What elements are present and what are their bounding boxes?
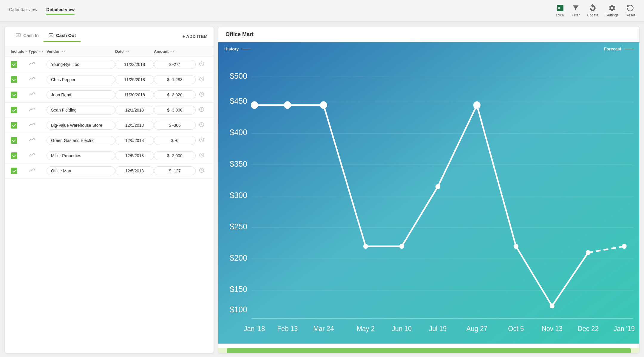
table-row <box>5 118 214 133</box>
vendor-input-6[interactable] <box>47 151 115 160</box>
svg-text:$300: $300 <box>230 191 247 200</box>
svg-text:Dec 22: Dec 22 <box>578 324 599 333</box>
excel-button[interactable]: X Excel <box>556 4 565 17</box>
amount-input-4[interactable] <box>154 121 196 130</box>
date-input-7[interactable] <box>115 166 154 175</box>
svg-text:Jun 10: Jun 10 <box>392 324 412 333</box>
amount-input-1[interactable] <box>154 75 196 84</box>
tab-cash-out[interactable]: Cash Out <box>44 31 81 42</box>
table-row <box>5 103 214 118</box>
date-input-5[interactable] <box>115 136 154 145</box>
type-icon-6 <box>29 152 47 159</box>
svg-text:Feb 13: Feb 13 <box>277 324 298 333</box>
col-type: Type ▲▼ <box>29 49 47 54</box>
reset-row-icon-7[interactable] <box>196 168 208 174</box>
svg-text:$500: $500 <box>230 72 247 81</box>
history-icon <box>199 122 204 127</box>
svg-text:Aug 27: Aug 27 <box>467 324 487 333</box>
sort-amount[interactable]: ▲▼ <box>170 50 175 53</box>
sort-vendor[interactable]: ▲▼ <box>61 50 66 53</box>
amount-input-2[interactable] <box>154 90 196 99</box>
vendor-input-1[interactable] <box>47 75 115 84</box>
col-date: Date ▲▼ <box>115 49 154 54</box>
main-content: Cash In Cash Out + ADD ITEM Include ▲▼ <box>0 22 644 357</box>
svg-text:$150: $150 <box>230 285 247 294</box>
panel-header: Cash In Cash Out + ADD ITEM <box>5 27 214 46</box>
vendor-input-5[interactable] <box>47 136 115 145</box>
date-input-0[interactable] <box>115 60 154 69</box>
vendor-input-7[interactable] <box>47 166 115 175</box>
checkbox-7[interactable] <box>11 168 29 174</box>
checkbox-0[interactable] <box>11 61 29 68</box>
history-icon <box>199 152 204 158</box>
svg-text:$100: $100 <box>230 305 247 314</box>
sort-date[interactable]: ▲▼ <box>125 50 130 53</box>
svg-text:Jul 19: Jul 19 <box>429 324 447 333</box>
history-icon <box>199 92 204 97</box>
check-icon <box>12 78 16 82</box>
svg-point-36 <box>474 102 480 108</box>
checkbox-3[interactable] <box>11 107 29 113</box>
update-button[interactable]: Update <box>587 4 599 17</box>
reset-row-icon-6[interactable] <box>196 152 208 159</box>
trend-icon <box>29 76 35 82</box>
vendor-input-2[interactable] <box>47 90 115 99</box>
date-input-6[interactable] <box>115 151 154 160</box>
chart-legend: History Forecast <box>218 42 639 55</box>
reset-icon <box>626 4 634 12</box>
reset-row-icon-0[interactable] <box>196 61 208 68</box>
tab-detailed[interactable]: Detailed view <box>46 7 75 15</box>
svg-point-32 <box>321 102 327 108</box>
tab-calendar[interactable]: Calendar view <box>9 7 37 15</box>
reset-row-icon-5[interactable] <box>196 137 208 144</box>
trend-icon <box>29 61 35 67</box>
chart-title: Office Mart <box>218 27 639 42</box>
col-vendor: Vendor ▲▼ <box>47 49 115 54</box>
add-item-button[interactable]: + ADD ITEM <box>183 34 208 39</box>
amount-input-6[interactable] <box>154 151 196 160</box>
svg-text:Nov 13: Nov 13 <box>542 324 563 333</box>
update-icon <box>589 4 597 12</box>
scrollbar-thumb[interactable] <box>227 348 631 353</box>
reset-row-icon-4[interactable] <box>196 122 208 129</box>
table-row <box>5 57 214 72</box>
settings-button[interactable]: Settings <box>606 4 618 17</box>
reset-row-icon-1[interactable] <box>196 76 208 83</box>
amount-input-0[interactable] <box>154 60 196 69</box>
vendor-input-3[interactable] <box>47 106 115 115</box>
view-tabs: Calendar view Detailed view <box>9 7 75 15</box>
checkbox-1[interactable] <box>11 76 29 83</box>
amount-input-3[interactable] <box>154 106 196 115</box>
amount-input-7[interactable] <box>154 166 196 175</box>
svg-text:$400: $400 <box>230 128 247 137</box>
table-row <box>5 87 214 103</box>
vendor-input-4[interactable] <box>47 121 115 130</box>
history-icon <box>199 76 204 82</box>
sort-type[interactable]: ▲▼ <box>38 50 44 53</box>
amount-input-5[interactable] <box>154 136 196 145</box>
table-header: Include ▲▼ Type ▲▼ Vendor ▲▼ Date ▲▼ Amo… <box>5 46 214 57</box>
date-input-2[interactable] <box>115 90 154 99</box>
filter-button[interactable]: Filter <box>572 4 580 17</box>
checkbox-5[interactable] <box>11 137 29 144</box>
chart-scrollbar[interactable] <box>218 348 639 353</box>
check-icon <box>12 93 16 97</box>
checkbox-4[interactable] <box>11 122 29 129</box>
reset-row-icon-3[interactable] <box>196 107 208 114</box>
date-input-1[interactable] <box>115 75 154 84</box>
date-input-3[interactable] <box>115 106 154 115</box>
checkbox-2[interactable] <box>11 92 29 98</box>
table-row <box>5 148 214 163</box>
check-icon <box>12 62 16 67</box>
svg-text:X: X <box>558 6 560 10</box>
reset-button[interactable]: Reset <box>626 4 635 17</box>
reset-row-icon-2[interactable] <box>196 92 208 98</box>
vendor-input-0[interactable] <box>47 60 115 69</box>
history-icon <box>199 137 204 143</box>
toolbar-icons: X Excel Filter Update Settings <box>556 4 635 17</box>
checkbox-6[interactable] <box>11 152 29 159</box>
date-input-4[interactable] <box>115 121 154 130</box>
trend-icon <box>29 122 35 128</box>
tab-cash-in[interactable]: Cash In <box>11 31 44 42</box>
top-bar: Calendar view Detailed view X Excel Filt… <box>0 0 644 22</box>
